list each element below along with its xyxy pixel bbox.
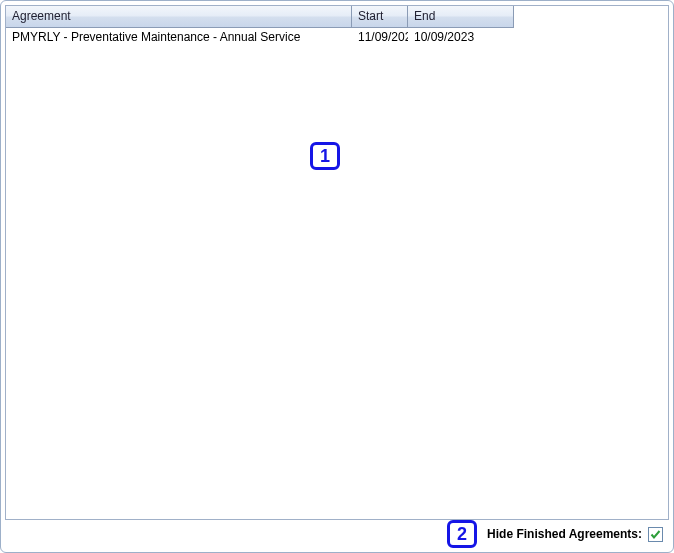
cell-agreement: PMYRLY - Preventative Maintenance - Annu…	[6, 29, 352, 45]
grid-header-row: Agreement Start End	[6, 6, 668, 28]
table-row[interactable]: PMYRLY - Preventative Maintenance - Annu…	[6, 28, 668, 46]
footer-bar: 2 Hide Finished Agreements:	[5, 520, 669, 548]
hide-finished-label: Hide Finished Agreements:	[487, 527, 642, 541]
grid-body: PMYRLY - Preventative Maintenance - Annu…	[6, 28, 668, 46]
column-header-start[interactable]: Start	[352, 6, 408, 28]
hide-finished-checkbox[interactable]	[648, 527, 663, 542]
column-header-end[interactable]: End	[408, 6, 514, 28]
check-icon	[650, 529, 661, 540]
annotation-2: 2	[447, 520, 477, 548]
agreements-panel: Agreement Start End PMYRLY - Preventativ…	[0, 0, 674, 553]
annotation-1: 1	[310, 142, 340, 170]
cell-start: 11/09/2020	[352, 29, 408, 45]
cell-end: 10/09/2023	[408, 29, 514, 45]
column-header-agreement[interactable]: Agreement	[6, 6, 352, 28]
column-header-spacer	[514, 6, 668, 28]
agreements-grid[interactable]: Agreement Start End PMYRLY - Preventativ…	[5, 5, 669, 520]
